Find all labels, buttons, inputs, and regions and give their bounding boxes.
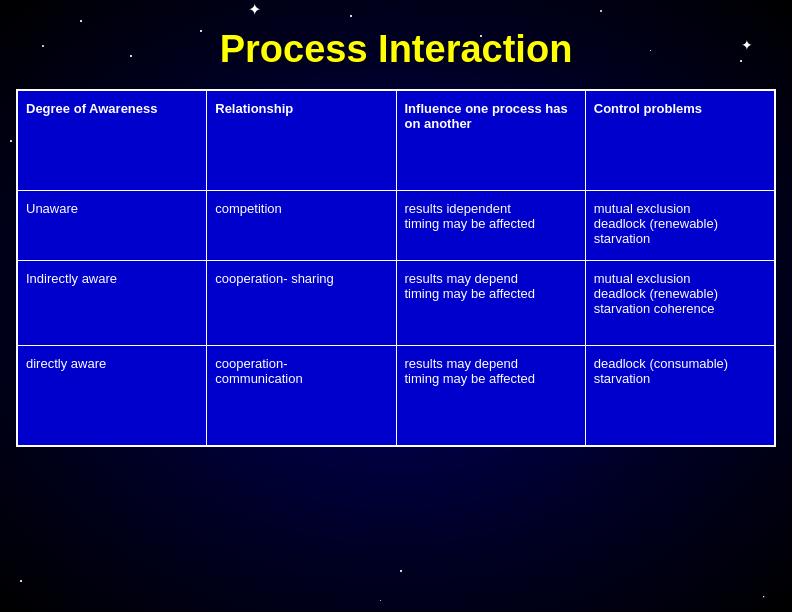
table-row: directly aware cooperation-communication… [18, 346, 775, 446]
data-table-wrapper: Degree of Awareness Relationship Influen… [16, 89, 776, 447]
table-row: Unaware competition results idependentti… [18, 191, 775, 261]
cell-indirect-influence: results may dependtiming may be affected [396, 261, 585, 346]
cell-unaware-influence: results idependenttiming may be affected [396, 191, 585, 261]
cell-indirect-relationship: cooperation- sharing [207, 261, 396, 346]
cell-unaware-relationship: competition [207, 191, 396, 261]
cell-direct-control: deadlock (consumable)starvation [585, 346, 774, 446]
table-header-row: Degree of Awareness Relationship Influen… [18, 91, 775, 191]
cell-indirect-control: mutual exclusiondeadlock (renewable)star… [585, 261, 774, 346]
main-content: Process Interaction Degree of Awareness … [0, 0, 792, 612]
cell-direct-degree: directly aware [18, 346, 207, 446]
header-control: Control problems [585, 91, 774, 191]
cell-direct-relationship: cooperation-communication [207, 346, 396, 446]
cell-unaware-control: mutual exclusiondeadlock (renewable)star… [585, 191, 774, 261]
header-influence: Influence one process has on another [396, 91, 585, 191]
process-interaction-table: Degree of Awareness Relationship Influen… [17, 90, 775, 446]
cell-direct-influence: results may dependtiming may be affected [396, 346, 585, 446]
header-degree: Degree of Awareness [18, 91, 207, 191]
cell-indirect-degree: Indirectly aware [18, 261, 207, 346]
table-row: Indirectly aware cooperation- sharing re… [18, 261, 775, 346]
cell-unaware-degree: Unaware [18, 191, 207, 261]
page-title: Process Interaction [220, 28, 573, 71]
header-relationship: Relationship [207, 91, 396, 191]
